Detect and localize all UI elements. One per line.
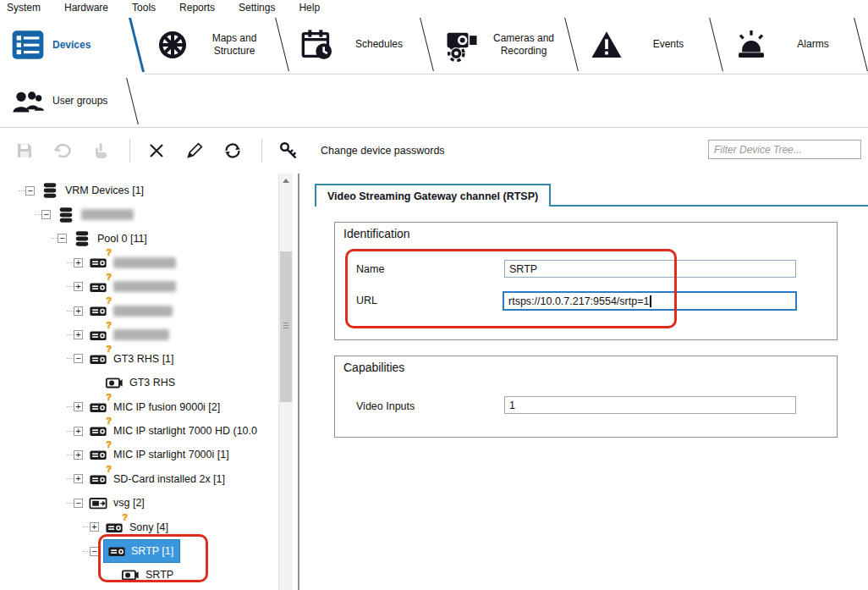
encoder-device-icon: ? — [88, 326, 108, 345]
expand-icon[interactable]: + — [74, 474, 83, 483]
tree-item-gt3-rhs-channel[interactable]: GT3 RHS — [0, 371, 278, 394]
menu-bar: System Hardware Tools Reports Settings H… — [0, 0, 868, 15]
edit-icon — [184, 141, 205, 161]
menu-system[interactable]: System — [7, 2, 41, 14]
collapse-icon[interactable]: − — [90, 547, 99, 556]
encoder-device-icon: ? — [88, 301, 108, 320]
tab-separator — [709, 18, 723, 71]
tree-item-gt3-rhs[interactable]: − ? GT3 RHS [1] — [0, 347, 278, 371]
name-input[interactable]: SRTP — [504, 260, 796, 278]
toolbar-separator — [261, 139, 262, 163]
question-badge: ? — [106, 464, 112, 474]
video-inputs-label: Video Inputs — [356, 400, 415, 412]
nav-tab-strip-2: User groups — [0, 75, 868, 128]
expand-icon[interactable]: + — [74, 402, 83, 411]
toolbar: Change device passwords — [0, 128, 868, 174]
tab-separator — [854, 18, 868, 71]
tree-item-srtp-selected[interactable]: − SRTP [1] — [0, 539, 278, 563]
scrollbar-thumb[interactable] — [280, 251, 292, 402]
tab-user-groups[interactable]: User groups — [0, 75, 140, 127]
tree-item-mic-ip-fusion[interactable]: + ? MIC IP fusion 9000i [2] — [0, 395, 278, 419]
delete-button[interactable] — [144, 138, 169, 163]
tab-cameras-recording[interactable]: Cameras and Recording — [434, 15, 579, 74]
url-input[interactable]: rtsps://10.0.7.217:9554/srtp=1 — [503, 291, 797, 311]
expand-icon[interactable]: + — [74, 450, 83, 460]
tab-maps-structure[interactable]: Maps and Structure — [145, 15, 289, 74]
scrollbar-grip — [283, 323, 288, 330]
device-tree-panel: − VRM Devices [1] − − Pool 0 [11] + ? — [0, 174, 293, 590]
save-button[interactable] — [12, 138, 37, 163]
tree-item-vrm-devices[interactable]: − VRM Devices [1] — [0, 179, 278, 202]
capabilities-groupbox: Capabilities Video Inputs 1 — [334, 356, 838, 438]
refresh-button[interactable] — [220, 138, 245, 163]
redacted-label — [113, 281, 176, 292]
question-badge: ? — [106, 272, 112, 282]
tree-item-redacted[interactable]: + ? — [0, 275, 278, 299]
tab-devices[interactable]: Devices — [0, 15, 145, 74]
detail-tab-vsg-channel-rtsp[interactable]: Video Streaming Gateway channel (RTSP) — [315, 184, 551, 207]
tree-item-srtp-channel[interactable]: SRTP — [0, 563, 278, 587]
collapse-icon[interactable]: − — [25, 186, 35, 196]
menu-tools[interactable]: Tools — [132, 2, 156, 14]
encoder-device-icon: ? — [104, 518, 124, 537]
scrollbar-up-arrow[interactable] — [279, 174, 293, 188]
tree-item-mic-ip-starlight[interactable]: + ? MIC IP starlight 7000i [1] — [0, 443, 278, 466]
tree-item-pool-0[interactable]: − Pool 0 [11] — [0, 227, 278, 251]
change-device-passwords-label[interactable]: Change device passwords — [321, 145, 445, 157]
expand-icon[interactable]: + — [74, 258, 83, 267]
menu-settings[interactable]: Settings — [239, 2, 275, 14]
tab-separator — [129, 18, 145, 72]
tree-item-sd-card[interactable]: + ? SD-Card installed 2x [1] — [0, 467, 278, 491]
collapse-icon[interactable]: − — [74, 354, 83, 363]
cameras-recording-icon — [445, 28, 479, 62]
collapse-icon[interactable]: − — [41, 210, 51, 219]
devices-icon — [11, 28, 45, 62]
tree-item-redacted[interactable]: − — [0, 202, 278, 226]
key-icon — [278, 141, 299, 161]
expand-icon[interactable]: + — [74, 427, 83, 436]
expand-icon[interactable]: + — [74, 282, 83, 291]
tree-item-redacted[interactable]: + ? — [0, 251, 278, 274]
events-icon — [590, 28, 624, 62]
filter-device-tree-input[interactable] — [708, 140, 861, 159]
tree-scrollbar[interactable] — [278, 174, 293, 590]
tree-item-redacted[interactable]: + ? — [0, 299, 278, 323]
tree-item-iscsi-redacted[interactable]: + iSCSI — [0, 587, 278, 590]
tab-separator — [420, 18, 434, 71]
encoder-device-icon: ? — [88, 398, 108, 416]
encoder-device-icon: ? — [88, 253, 108, 272]
text-cursor — [650, 295, 651, 307]
collapse-icon[interactable]: − — [74, 499, 83, 508]
hand-button[interactable] — [88, 138, 113, 163]
tree-item-mic-ip-starlight-hd[interactable]: + ? MIC IP starlight 7000 HD (10.0 — [0, 419, 278, 443]
schedules-icon — [300, 28, 334, 62]
tree-item-vsg[interactable]: − vsg [2] — [0, 491, 278, 515]
menu-help[interactable]: Help — [299, 2, 320, 14]
tree-item-redacted[interactable]: + ? — [0, 323, 278, 346]
identification-groupbox: Identification Name SRTP URL rtsps://10.… — [334, 222, 838, 340]
menu-reports[interactable]: Reports — [179, 2, 215, 14]
capabilities-title: Capabilities — [343, 361, 404, 374]
undo-button[interactable] — [50, 138, 75, 163]
question-badge: ? — [122, 512, 128, 522]
database-stack-icon — [72, 229, 92, 248]
menu-hardware[interactable]: Hardware — [64, 2, 108, 14]
device-tree: − VRM Devices [1] − − Pool 0 [11] + ? — [0, 179, 278, 590]
video-inputs-input[interactable]: 1 — [504, 396, 796, 414]
tab-schedules[interactable]: Schedules — [289, 15, 434, 74]
collapse-icon[interactable]: − — [58, 234, 67, 243]
tab-alarms[interactable]: Alarms — [723, 15, 868, 74]
redacted-label — [81, 209, 134, 220]
detail-panel: Video Streaming Gateway channel (RTSP) I… — [303, 174, 868, 590]
expand-icon[interactable]: + — [74, 306, 83, 316]
expand-icon[interactable]: + — [74, 330, 83, 339]
change-device-passwords-button[interactable] — [276, 138, 301, 163]
expand-icon[interactable]: + — [90, 522, 99, 532]
edit-button[interactable] — [182, 138, 207, 163]
panel-splitter[interactable] — [298, 174, 299, 590]
question-badge: ? — [106, 439, 112, 449]
encoder-device-icon: ? — [88, 422, 108, 440]
tab-events[interactable]: Events — [579, 15, 723, 74]
tree-item-sony[interactable]: + ? Sony [4] — [0, 515, 278, 538]
nav-tab-strip: Devices Maps and Structure Schedules Cam… — [0, 15, 868, 74]
